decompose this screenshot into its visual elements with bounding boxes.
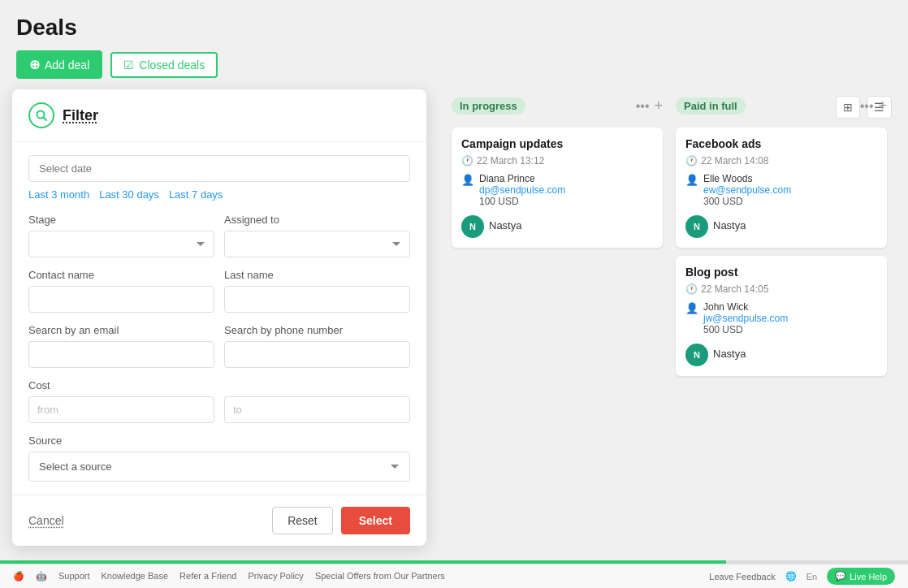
plus-icon: ⊕ — [29, 57, 40, 72]
column-label-in-progress: In progress — [452, 97, 525, 115]
date-input[interactable] — [28, 155, 410, 182]
page-title: Deals — [16, 15, 892, 41]
special-offers-link[interactable]: Special Offers from Our Partners — [315, 571, 445, 582]
deal-card-contact: 👤 Elle Woods ew@sendpulse.com 300 USD — [685, 173, 877, 207]
shortcut-3month[interactable]: Last 3 month — [28, 188, 89, 201]
deal-card-time: 🕐 22 March 14:08 — [685, 155, 877, 166]
column-actions-paid-in-full[interactable]: ••• + — [860, 97, 887, 115]
deal-card-contact: 👤 Diana Prince dp@sendpulse.com 100 USD — [461, 173, 653, 207]
live-chat-button[interactable]: 💬 Live Help — [827, 568, 895, 585]
phone-label: Search by phone number — [224, 324, 410, 336]
deal-card-assignee: N Nastya — [461, 212, 653, 238]
cost-range — [28, 396, 410, 423]
filter-header: Filter — [12, 89, 426, 142]
filter-panel: Filter Last 3 month Last 30 days Last 7 … — [12, 89, 426, 546]
column-label-paid-in-full: Paid in full — [676, 97, 746, 115]
cost-from-input[interactable] — [28, 396, 214, 423]
deal-card-title: Campaign updates — [461, 137, 653, 150]
deal-card-title: Blog post — [685, 266, 877, 279]
bottom-links: 🍎 🤖 Support Knowledge Base Refer a Frien… — [13, 571, 445, 582]
clock-icon: 🕐 — [461, 155, 473, 166]
clock-icon: 🕐 — [685, 155, 698, 166]
deal-card-title: Facebook ads — [685, 137, 877, 150]
filter-footer: Cancel Reset Select — [12, 495, 426, 546]
globe-icon: 🌐 — [785, 571, 797, 582]
deal-card-contact: 👤 John Wick jw@sendpulse.com 500 USD — [685, 301, 877, 335]
assigned-to-select[interactable] — [224, 231, 410, 257]
android-icon: 🤖 — [36, 571, 47, 582]
clock-icon: 🕐 — [685, 283, 698, 295]
deal-card-assignee: N Nastya — [685, 340, 877, 366]
date-shortcuts: Last 3 month Last 30 days Last 7 days — [28, 188, 410, 201]
cost-to-field — [224, 396, 410, 423]
deal-card-time: 🕐 22 March 13:12 — [461, 155, 653, 166]
apple-icon: 🍎 — [13, 571, 24, 582]
knowledge-base-link[interactable]: Knowledge Base — [102, 571, 169, 582]
check-icon: ☑ — [123, 58, 134, 71]
chat-icon: 💬 — [835, 571, 846, 582]
assigned-to-field: Assigned to — [224, 214, 410, 257]
email-field: Searcn by an email — [28, 324, 214, 368]
add-card-icon: + — [654, 97, 663, 115]
filter-body: Last 3 month Last 30 days Last 7 days St… — [12, 142, 426, 495]
deal-card-assignee: N Nastya — [685, 212, 877, 238]
column-header-in-progress: In progress ••• + — [452, 97, 663, 118]
contact-name-input[interactable] — [28, 286, 214, 313]
closed-deals-button[interactable]: ☑ Closed deals — [110, 52, 218, 78]
leave-feedback-link[interactable]: Leave Feedback — [709, 572, 775, 582]
contact-name-label: Contact name — [28, 269, 214, 281]
stage-label: Stage — [28, 214, 214, 226]
cost-section: Cost — [28, 379, 410, 423]
email-input[interactable] — [28, 341, 214, 368]
kanban-column-paid-in-full: Paid in full ••• + Facebook ads 🕐 22 Mar… — [676, 97, 887, 556]
stage-field: Stage — [28, 214, 214, 257]
avatar-nastya-2: N — [685, 215, 708, 238]
deal-card-facebook-ads[interactable]: Facebook ads 🕐 22 March 14:08 👤 Elle Woo… — [676, 128, 887, 248]
bottom-right: Leave Feedback 🌐 En 💬 Live Help — [709, 568, 895, 585]
cancel-button[interactable]: Cancel — [28, 514, 64, 527]
avatar-nastya: N — [461, 215, 484, 238]
column-actions-in-progress[interactable]: ••• + — [636, 97, 663, 115]
person-icon: 👤 — [685, 174, 698, 186]
contact-name-field: Contact name — [28, 269, 214, 313]
filter-title: Filter — [63, 107, 98, 124]
last-name-field: Last name — [224, 269, 410, 313]
header: Deals ⊕ Add deal ☑ Closed deals — [0, 0, 908, 87]
avatar-nastya-3: N — [685, 344, 708, 366]
privacy-policy-link[interactable]: Privacy Policy — [248, 571, 303, 582]
footer-right: Reset Select — [272, 507, 410, 534]
phone-field: Search by phone number — [224, 324, 410, 368]
lang-label: En — [806, 572, 817, 582]
deal-card-blog-post[interactable]: Blog post 🕐 22 March 14:05 👤 John Wick j… — [676, 256, 887, 376]
shortcut-30days[interactable]: Last 30 days — [99, 188, 159, 201]
deal-card-time: 🕐 22 March 14:05 — [685, 283, 877, 295]
phone-input[interactable] — [224, 341, 410, 368]
filter-row-name: Contact name Last name — [28, 269, 410, 313]
dots-icon-paid: ••• — [860, 99, 874, 114]
assigned-to-label: Assigned to — [224, 214, 410, 226]
add-deal-button[interactable]: ⊕ Add deal — [16, 50, 102, 79]
last-name-label: Last name — [224, 269, 410, 281]
stage-select[interactable] — [28, 231, 214, 257]
dots-icon: ••• — [636, 99, 650, 114]
deal-card-campaign-updates[interactable]: Campaign updates 🕐 22 March 13:12 👤 Dian… — [452, 128, 663, 248]
cost-to-input[interactable] — [224, 396, 410, 423]
source-label: Source — [28, 435, 410, 447]
filter-search-icon — [28, 102, 54, 128]
svg-line-1 — [44, 118, 47, 121]
source-select[interactable]: Select a source — [28, 452, 410, 482]
cost-from-field — [28, 396, 214, 423]
source-section: Source Select a source — [28, 435, 410, 482]
kanban-column-in-progress: In progress ••• + Campaign updates 🕐 22 … — [452, 97, 663, 556]
bottom-bar: 🍎 🤖 Support Knowledge Base Refer a Frien… — [0, 564, 908, 588]
filter-row-stage: Stage Assigned to — [28, 214, 410, 257]
person-icon: 👤 — [461, 174, 474, 186]
header-buttons: ⊕ Add deal ☑ Closed deals — [16, 50, 892, 79]
refer-friend-link[interactable]: Refer a Friend — [179, 571, 236, 582]
shortcut-7days[interactable]: Last 7 days — [169, 188, 223, 201]
reset-button[interactable]: Reset — [272, 507, 333, 534]
filter-row-email-phone: Searcn by an email Search by phone numbe… — [28, 324, 410, 368]
select-button[interactable]: Select — [341, 507, 410, 534]
support-link[interactable]: Support — [58, 571, 90, 582]
last-name-input[interactable] — [224, 286, 410, 313]
